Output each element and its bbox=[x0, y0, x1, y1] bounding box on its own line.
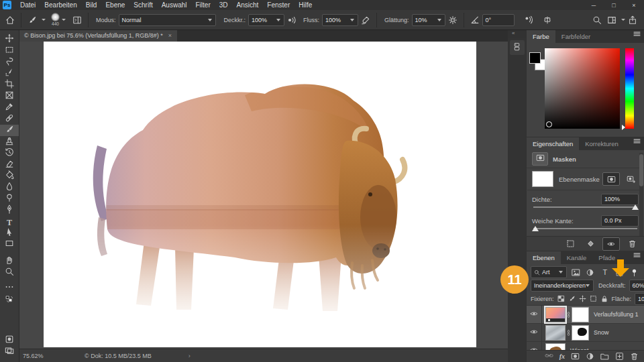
share-icon[interactable] bbox=[625, 12, 640, 28]
tab-eigenschaften[interactable]: Eigenschaften bbox=[527, 137, 579, 150]
dodge-tool[interactable] bbox=[0, 193, 19, 204]
snow-layer-thumbnail[interactable] bbox=[545, 325, 566, 341]
layer-name[interactable]: Snow bbox=[594, 329, 609, 336]
tab-close-icon[interactable]: × bbox=[168, 32, 172, 39]
maximize-button[interactable]: □ bbox=[604, 0, 624, 10]
brush-tool[interactable] bbox=[0, 125, 19, 136]
layer-filter-select[interactable]: Art bbox=[531, 266, 567, 278]
hue-marker[interactable] bbox=[622, 125, 625, 130]
more-tools-button[interactable] bbox=[0, 282, 19, 294]
menu-hilfe[interactable]: Hilfe bbox=[299, 1, 312, 9]
quick-mask-button[interactable] bbox=[0, 335, 19, 346]
brush-angle-field[interactable]: 0° bbox=[482, 14, 515, 26]
eraser-tool[interactable] bbox=[0, 159, 19, 170]
toggle-brush-panel-icon[interactable] bbox=[70, 12, 85, 28]
filter-toggle-pin-icon[interactable] bbox=[629, 266, 640, 278]
collapsed-panels-icon[interactable] bbox=[510, 40, 525, 55]
marquee-tool[interactable] bbox=[0, 45, 19, 56]
color-cursor[interactable] bbox=[546, 121, 552, 127]
select-mask-icon[interactable] bbox=[602, 172, 620, 186]
load-selection-icon[interactable] bbox=[562, 238, 578, 250]
delete-mask-icon[interactable] bbox=[624, 238, 640, 250]
menu-fenster[interactable]: Fenster bbox=[267, 1, 290, 9]
add-vector-mask-icon[interactable] bbox=[623, 172, 639, 184]
lasso-tool[interactable] bbox=[0, 56, 19, 68]
brush-preset-picker[interactable]: 440 bbox=[51, 13, 60, 27]
clone-stamp-tool[interactable] bbox=[0, 136, 19, 147]
brush-tool-preset-icon[interactable] bbox=[25, 12, 40, 28]
foreground-color-swatch[interactable] bbox=[529, 52, 541, 64]
chevron-down-icon[interactable] bbox=[42, 19, 46, 21]
density-value-field[interactable]: 100% bbox=[601, 194, 639, 205]
object-selection-tool[interactable] bbox=[0, 68, 19, 79]
crop-tool[interactable] bbox=[0, 79, 19, 90]
hue-slider[interactable] bbox=[625, 48, 634, 129]
frame-tool[interactable] bbox=[0, 90, 19, 102]
lock-paint-icon[interactable] bbox=[568, 295, 576, 302]
search-icon[interactable] bbox=[590, 12, 604, 28]
collapse-panels-icon[interactable]: « bbox=[512, 30, 515, 36]
lock-artboard-icon[interactable] bbox=[590, 295, 597, 302]
pressure-opacity-icon[interactable] bbox=[284, 12, 299, 28]
lock-transparent-icon[interactable] bbox=[557, 295, 565, 302]
layer-visibility-toggle[interactable] bbox=[527, 306, 542, 323]
eyedropper-tool[interactable] bbox=[0, 102, 19, 113]
feather-slider-thumb[interactable] bbox=[532, 226, 539, 231]
history-brush-tool[interactable] bbox=[0, 147, 19, 159]
panel-menu-icon[interactable] bbox=[633, 136, 641, 148]
smoothing-select[interactable]: 10% bbox=[412, 14, 445, 26]
swap-colors-button[interactable] bbox=[0, 294, 19, 305]
invert-mask-icon[interactable] bbox=[582, 238, 598, 250]
artboard[interactable] bbox=[44, 42, 476, 347]
scrollbar[interactable] bbox=[639, 153, 643, 236]
new-group-icon[interactable] bbox=[600, 352, 609, 361]
close-button[interactable]: × bbox=[624, 0, 644, 10]
menu-bearbeiten[interactable]: Bearbeiten bbox=[44, 1, 76, 9]
filter-type-layers-icon[interactable]: T bbox=[599, 266, 610, 278]
flow-select[interactable]: 100% bbox=[322, 14, 358, 26]
enable-mask-eye-icon[interactable] bbox=[602, 237, 620, 251]
pen-tool[interactable] bbox=[0, 204, 19, 216]
symmetry-icon[interactable] bbox=[540, 12, 555, 28]
add-layer-mask-icon[interactable] bbox=[571, 352, 580, 361]
fill-opacity-select[interactable]: 100% bbox=[635, 293, 644, 305]
layer-mask-thumbnail[interactable] bbox=[572, 325, 589, 341]
tab-ebenen[interactable]: Ebenen bbox=[527, 251, 561, 264]
menu-schrift[interactable]: Schrift bbox=[133, 1, 152, 9]
feather-slider[interactable] bbox=[533, 228, 637, 229]
layer-style-fx-icon[interactable]: fx bbox=[559, 353, 565, 360]
screen-mode-button[interactable] bbox=[0, 346, 19, 357]
menu-ebene[interactable]: Ebene bbox=[105, 1, 125, 9]
blur-tool[interactable] bbox=[0, 182, 19, 193]
status-flyout-icon[interactable]: › bbox=[189, 353, 191, 359]
menu-3d[interactable]: 3D bbox=[219, 1, 228, 9]
document-tab[interactable]: © Bison.jpg bei 75.6% (Verlaufsfüllung 1… bbox=[19, 29, 177, 42]
canvas-area[interactable] bbox=[19, 42, 508, 349]
move-tool[interactable] bbox=[0, 34, 19, 45]
zoom-level-field[interactable]: 75.62% bbox=[23, 353, 58, 359]
shape-tool[interactable] bbox=[0, 239, 19, 250]
lock-position-icon[interactable] bbox=[579, 295, 586, 302]
blend-mode-select[interactable]: Normal bbox=[119, 14, 216, 26]
saturation-brightness-field[interactable] bbox=[545, 48, 620, 129]
menu-datei[interactable]: Datei bbox=[20, 1, 36, 9]
filter-pixel-layers-icon[interactable] bbox=[570, 266, 582, 278]
density-slider-thumb[interactable] bbox=[632, 204, 639, 210]
layer-opacity-select[interactable]: 60% bbox=[629, 280, 644, 292]
tab-farbfelder[interactable]: Farbfelder bbox=[555, 30, 596, 43]
home-icon[interactable] bbox=[3, 12, 17, 28]
new-adjustment-layer-icon[interactable] bbox=[586, 352, 594, 361]
layer-mask-thumbnail[interactable] bbox=[532, 171, 553, 187]
tab-korrekturen[interactable]: Korrekturen bbox=[579, 137, 625, 150]
hand-tool[interactable] bbox=[0, 255, 19, 267]
lock-all-icon[interactable] bbox=[600, 295, 608, 303]
delete-layer-icon[interactable] bbox=[630, 352, 639, 361]
layer-row-verlaufsfuellung[interactable]: Verlaufsfüllung 1 bbox=[527, 306, 644, 324]
mask-link-icon[interactable] bbox=[566, 330, 572, 336]
healing-brush-tool[interactable] bbox=[0, 113, 19, 125]
feather-value-field[interactable]: 0.0 Px bbox=[601, 215, 639, 227]
mask-link-icon[interactable] bbox=[566, 312, 572, 318]
workspace-icon[interactable] bbox=[604, 12, 619, 28]
menu-ansicht[interactable]: Ansicht bbox=[237, 1, 259, 9]
opacity-select[interactable]: 100% bbox=[248, 14, 284, 26]
